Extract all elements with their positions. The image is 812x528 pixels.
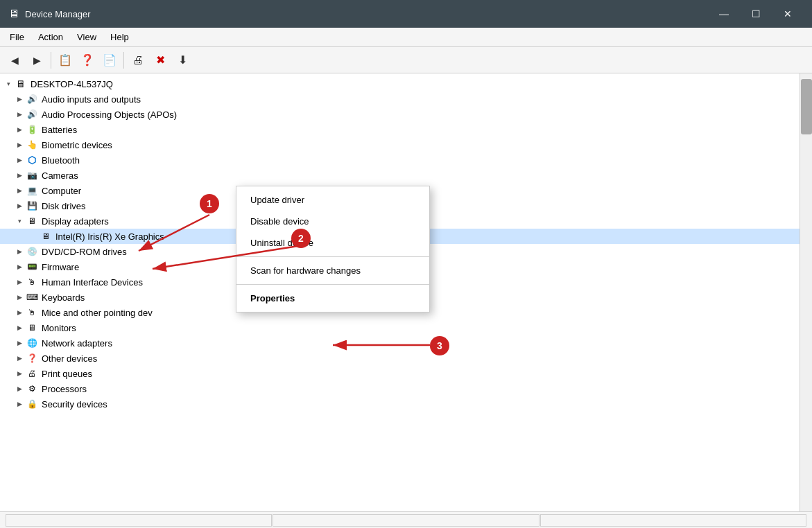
item-label: Network adapters xyxy=(42,338,112,349)
toolbar-forward[interactable]: ▶ xyxy=(26,51,47,70)
expander: ▾ xyxy=(14,215,25,227)
item-label: Processors xyxy=(42,384,87,394)
list-item[interactable]: ▶ 🖥 Monitors xyxy=(0,320,800,335)
display-icon: 🖥 xyxy=(25,215,39,227)
item-label: Display adapters xyxy=(42,216,109,227)
context-update-driver[interactable]: Update driver xyxy=(236,189,429,211)
title-bar-text: Device Manager xyxy=(25,9,702,19)
expander: ▶ xyxy=(14,185,25,196)
item-label: Audio inputs and outputs xyxy=(42,94,141,105)
item-label: Cameras xyxy=(42,170,78,181)
title-bar: 🖥 Device Manager — ☐ ✕ xyxy=(0,0,812,28)
item-label: Keyboards xyxy=(42,292,85,303)
dvd-icon: 💿 xyxy=(25,246,39,257)
item-label: Monitors xyxy=(42,323,76,333)
expander xyxy=(28,231,39,242)
list-item[interactable]: ▶ 📷 Cameras xyxy=(0,168,800,183)
list-item[interactable]: ▶ 🌐 Network adapters xyxy=(0,335,800,351)
menu-view[interactable]: View xyxy=(70,29,103,45)
context-sep-2 xyxy=(236,284,429,285)
computer-item-icon: 💻 xyxy=(25,185,39,196)
processor-icon: ⚙ xyxy=(25,383,39,394)
toolbar-properties[interactable]: 📋 xyxy=(55,51,76,70)
battery-icon: 🔋 xyxy=(25,124,39,135)
audio-icon: 🔊 xyxy=(25,94,39,105)
expander: ▶ xyxy=(14,353,25,364)
list-item[interactable]: ▶ ⚙ Processors xyxy=(0,381,800,396)
expander: ▶ xyxy=(14,170,25,181)
app-window: 🖥 Device Manager — ☐ ✕ File Action View … xyxy=(0,0,812,528)
list-item[interactable]: ▶ ⬡ Bluetooth xyxy=(0,152,800,168)
toolbar-sep-2 xyxy=(123,52,124,69)
tree-root[interactable]: ▾ 🖥 DESKTOP-4L537JQ xyxy=(0,76,800,91)
expander: ▶ xyxy=(14,139,25,150)
window-controls: — ☐ ✕ xyxy=(708,0,804,28)
toolbar-help[interactable]: ❓ xyxy=(77,51,98,70)
expander: ▶ xyxy=(14,398,25,410)
item-label: Firmware xyxy=(42,262,79,272)
item-label: Batteries xyxy=(42,125,77,135)
gpu-icon: 🖥 xyxy=(39,231,53,242)
bluetooth-icon: ⬡ xyxy=(25,155,39,166)
expander: ▶ xyxy=(14,200,25,211)
list-item[interactable]: ▶ 🔋 Batteries xyxy=(0,122,800,137)
item-label: DVD/CD-ROM drives xyxy=(42,247,127,257)
hid-icon: 🖱 xyxy=(25,276,39,288)
toolbar-download[interactable]: ⬇ xyxy=(172,51,193,70)
mice-icon: 🖱 xyxy=(25,307,39,318)
minimize-button[interactable]: — xyxy=(708,0,740,28)
menu-action[interactable]: Action xyxy=(31,29,70,45)
other-icon: ❓ xyxy=(25,353,39,364)
list-item[interactable]: ▶ 🔊 Audio inputs and outputs xyxy=(0,91,800,107)
toolbar-scan[interactable]: 🖨 xyxy=(128,51,148,70)
camera-icon: 📷 xyxy=(25,170,39,181)
context-disable-device[interactable]: Disable device xyxy=(236,211,429,232)
security-icon: 🔒 xyxy=(25,398,39,410)
toolbar: ◀ ▶ 📋 ❓ 📄 🖨 ✖ ⬇ xyxy=(0,47,812,73)
item-label: Biometric devices xyxy=(42,140,112,150)
list-item[interactable]: ▶ ❓ Other devices xyxy=(0,351,800,366)
toolbar-update-driver[interactable]: 📄 xyxy=(99,51,120,70)
list-item[interactable]: ▶ 🖨 Print queues xyxy=(0,366,800,381)
toolbar-uninstall[interactable]: ✖ xyxy=(150,51,171,70)
status-section-2 xyxy=(273,514,539,527)
close-button[interactable]: ✕ xyxy=(772,0,804,28)
context-sep-1 xyxy=(236,256,429,257)
expander: ▶ xyxy=(14,246,25,257)
item-label: Print queues xyxy=(42,369,92,379)
item-label: Intel(R) Iris(R) Xe Graphics xyxy=(55,231,164,242)
list-item[interactable]: ▶ 🔒 Security devices xyxy=(0,396,800,412)
scrollbar[interactable] xyxy=(800,73,812,511)
root-expander: ▾ xyxy=(3,78,14,89)
biometric-icon: 👆 xyxy=(25,139,39,150)
apo-icon: 🔊 xyxy=(25,109,39,120)
expander: ▶ xyxy=(14,368,25,379)
context-menu: Update driver Disable device Uninstall d… xyxy=(236,186,430,313)
context-scan-hardware[interactable]: Scan for hardware changes xyxy=(236,260,429,281)
expander: ▶ xyxy=(14,322,25,333)
menu-file[interactable]: File xyxy=(3,29,31,45)
status-section-1 xyxy=(6,514,272,527)
menu-bar: File Action View Help xyxy=(0,28,812,47)
item-label: Other devices xyxy=(42,353,97,364)
list-item[interactable]: ▶ 🔊 Audio Processing Objects (APOs) xyxy=(0,107,800,122)
menu-help[interactable]: Help xyxy=(103,29,136,45)
context-properties[interactable]: Properties xyxy=(236,288,429,309)
print-icon: 🖨 xyxy=(25,368,39,379)
context-uninstall-device[interactable]: Uninstall device xyxy=(236,232,429,254)
status-bar xyxy=(0,511,812,528)
maximize-button[interactable]: ☐ xyxy=(740,0,772,28)
toolbar-sep-1 xyxy=(51,52,51,69)
toolbar-back[interactable]: ◀ xyxy=(4,51,25,70)
item-label: Disk drives xyxy=(42,201,86,211)
expander: ▶ xyxy=(14,383,25,394)
expander: ▶ xyxy=(14,292,25,303)
list-item[interactable]: ▶ 👆 Biometric devices xyxy=(0,137,800,152)
scrollbar-thumb[interactable] xyxy=(801,79,812,134)
computer-icon: 🖥 xyxy=(14,78,28,89)
app-icon: 🖥 xyxy=(8,8,19,20)
status-section-3 xyxy=(540,514,806,527)
expander: ▶ xyxy=(14,155,25,166)
expander: ▶ xyxy=(14,276,25,288)
disk-icon: 💾 xyxy=(25,200,39,211)
